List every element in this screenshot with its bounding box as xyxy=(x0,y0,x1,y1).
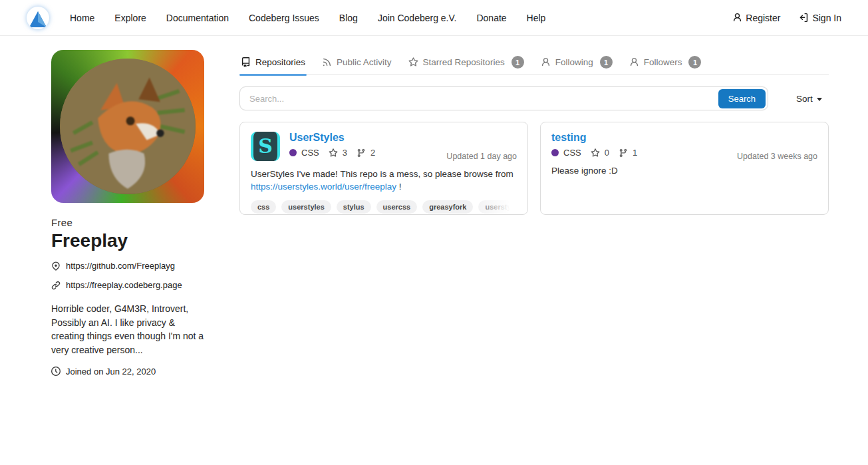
tab-repositories[interactable]: Repositories xyxy=(239,50,307,75)
avatar-photo xyxy=(60,59,196,194)
sort-dropdown[interactable]: Sort xyxy=(796,94,822,104)
fork-icon xyxy=(619,148,628,158)
profile-website-link[interactable]: https://freeplay.codeberg.page xyxy=(66,280,182,290)
repo-title-link[interactable]: UserStyles xyxy=(289,132,375,144)
followers-count-badge: 1 xyxy=(688,56,701,69)
repo-avatar-stylus-icon[interactable]: S xyxy=(251,132,280,161)
fork-icon xyxy=(357,148,366,158)
repo-head-text: UserStyles CSS 3 2 xyxy=(289,132,375,161)
language-label: CSS xyxy=(301,148,319,158)
nav-item-join-codeberg[interactable]: Join Codeberg e.V. xyxy=(378,13,457,23)
link-icon xyxy=(51,281,61,290)
language-dot xyxy=(289,149,297,156)
profile-display-name: Freeplay xyxy=(51,230,204,251)
location-pin-icon xyxy=(51,261,61,271)
star-icon xyxy=(591,148,600,158)
chevron-down-icon xyxy=(817,98,822,101)
fork-count: 2 xyxy=(370,148,375,158)
search-input[interactable] xyxy=(240,94,716,104)
clock-icon xyxy=(51,367,61,376)
profile-github-link[interactable]: https://github.com/Freeplayg xyxy=(66,261,175,271)
topic-tag[interactable]: css xyxy=(251,200,276,214)
person-icon xyxy=(629,57,639,67)
nav-item-help[interactable]: Help xyxy=(527,13,546,23)
mountain-icon xyxy=(29,11,47,27)
profile-username: Free xyxy=(51,217,204,228)
profile-location-row: https://github.com/Freeplayg xyxy=(51,261,204,271)
tab-label: Starred Repositories xyxy=(423,57,505,67)
sign-in-link[interactable]: Sign In xyxy=(799,13,841,23)
tab-label: Repositories xyxy=(255,57,305,67)
top-navbar: Home Explore Documentation Codeberg Issu… xyxy=(0,0,868,36)
star-count: 0 xyxy=(605,148,609,158)
topic-tag[interactable]: usercss xyxy=(376,200,418,214)
register-label: Register xyxy=(746,13,780,23)
language-dot xyxy=(551,149,559,156)
nav-item-donate[interactable]: Donate xyxy=(476,13,506,23)
tab-following[interactable]: Following 1 xyxy=(539,50,614,75)
repo-description: UserStyles I've made! This repo is a mes… xyxy=(251,168,517,193)
page-content: Free Freeplay https://github.com/Freepla… xyxy=(0,36,868,377)
register-link[interactable]: Register xyxy=(732,13,780,23)
topic-tag[interactable]: stylus xyxy=(337,200,371,214)
repo-updated-time: Updated 1 day ago xyxy=(446,152,517,161)
person-icon xyxy=(541,57,551,67)
fox-photo xyxy=(60,59,196,194)
profile-website-row: https://freeplay.codeberg.page xyxy=(51,280,204,290)
repo-avatar-letter: S xyxy=(258,136,273,156)
repository-list: S UserStyles CSS 3 2 Upda xyxy=(239,122,829,215)
repo-topics: css userstyles stylus usercss greasyfork… xyxy=(251,200,517,214)
profile-links: https://github.com/Freeplayg https://fre… xyxy=(51,261,204,290)
nav-item-blog[interactable]: Blog xyxy=(339,13,358,23)
fork-count: 1 xyxy=(633,148,637,158)
nav-auth: Register Sign In xyxy=(732,13,841,23)
repo-description: Please ignore :D xyxy=(551,165,817,178)
search-row: Search Sort xyxy=(239,86,829,110)
person-icon xyxy=(732,13,742,23)
topic-tag[interactable]: greasyfork xyxy=(422,200,473,214)
nav-links: Home Explore Documentation Codeberg Issu… xyxy=(70,13,545,23)
tab-public-activity[interactable]: Public Activity xyxy=(321,50,393,75)
nav-item-documentation[interactable]: Documentation xyxy=(166,13,229,23)
profile-joined-text: Joined on Jun 22, 2020 xyxy=(66,367,156,377)
nav-item-codeberg-issues[interactable]: Codeberg Issues xyxy=(249,13,319,23)
tab-followers[interactable]: Followers 1 xyxy=(628,50,703,75)
tab-label: Followers xyxy=(644,57,682,67)
topic-tag[interactable]: userstyle xyxy=(478,200,517,214)
following-count-badge: 1 xyxy=(600,56,613,69)
star-count: 3 xyxy=(343,148,347,158)
repo-icon xyxy=(241,57,251,67)
profile-joined-row: Joined on Jun 22, 2020 xyxy=(51,367,204,377)
repo-description-link[interactable]: https://userstyles.world/user/freeplay xyxy=(251,182,396,192)
nav-item-home[interactable]: Home xyxy=(70,13,94,23)
nav-item-explore[interactable]: Explore xyxy=(114,13,146,23)
search-button[interactable]: Search xyxy=(718,89,766,108)
repo-card-userstyles: S UserStyles CSS 3 2 Upda xyxy=(239,122,528,215)
repo-title-link[interactable]: testing xyxy=(551,132,817,144)
tab-label: Public Activity xyxy=(337,57,392,67)
sign-in-label: Sign In xyxy=(812,13,841,23)
starred-count-badge: 1 xyxy=(511,56,524,69)
sort-label: Sort xyxy=(796,94,813,104)
sign-in-icon xyxy=(799,13,809,23)
tab-starred-repositories[interactable]: Starred Repositories 1 xyxy=(407,50,525,75)
topic-tag[interactable]: userstyles xyxy=(281,200,331,214)
repo-description-suffix: ! xyxy=(396,182,402,192)
profile-bio: Horrible coder, G4M3R, Introvert, Possib… xyxy=(51,302,204,357)
repo-card-testing: testing CSS 0 1 Updated 3 weeks ago Plea… xyxy=(540,122,829,215)
codeberg-logo-icon[interactable] xyxy=(27,7,49,29)
language-label: CSS xyxy=(563,148,581,158)
main-panel: Repositories Public Activity Starred Rep… xyxy=(239,50,829,377)
star-icon xyxy=(408,57,418,67)
rss-icon xyxy=(322,57,332,67)
profile-tabs: Repositories Public Activity Starred Rep… xyxy=(239,50,829,75)
repo-description-text: UserStyles I've made! This repo is a mes… xyxy=(251,169,513,179)
repo-meta-row: CSS 3 2 xyxy=(289,148,375,158)
star-icon xyxy=(329,148,338,158)
tab-label: Following xyxy=(555,57,593,67)
repo-updated-time: Updated 3 weeks ago xyxy=(737,152,817,161)
avatar[interactable] xyxy=(51,50,204,203)
search-box: Search xyxy=(239,86,768,110)
profile-sidebar: Free Freeplay https://github.com/Freepla… xyxy=(51,50,204,377)
